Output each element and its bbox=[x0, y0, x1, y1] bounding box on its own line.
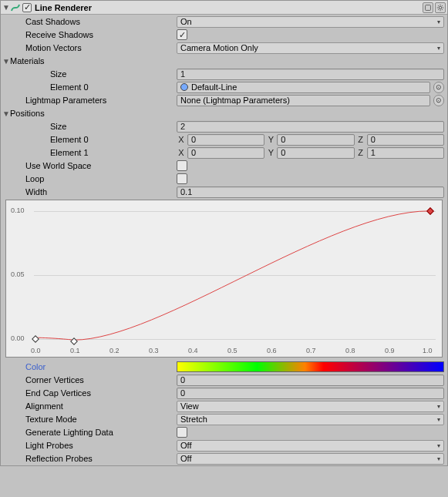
y-label: Y bbox=[266, 148, 275, 157]
positions-label: Positions bbox=[10, 109, 45, 118]
object-picker-icon[interactable]: ⊙ bbox=[433, 82, 444, 93]
cast-shadows-row: Cast Shadows On▾ bbox=[1, 15, 447, 28]
texture-mode-row: Texture Mode Stretch▾ bbox=[1, 413, 447, 425]
texture-mode-label: Texture Mode bbox=[13, 415, 177, 424]
chevron-down-icon: ▾ bbox=[437, 18, 440, 25]
use-world-space-row: Use World Space bbox=[1, 160, 447, 172]
x-label: X bbox=[177, 148, 186, 157]
positions-size-input[interactable]: 2 bbox=[177, 121, 444, 133]
chevron-down-icon: ▾ bbox=[437, 442, 440, 449]
materials-size-input[interactable]: 1 bbox=[177, 69, 444, 80]
positions-section[interactable]: ▼ Positions bbox=[1, 107, 447, 119]
chevron-down-icon: ▾ bbox=[437, 45, 440, 52]
foldout-toggle[interactable]: ▼ bbox=[2, 3, 10, 12]
motion-vectors-dropdown[interactable]: Camera Motion Only▾ bbox=[177, 42, 444, 54]
materials-size-row: Size 1 bbox=[1, 68, 447, 80]
texture-mode-dropdown[interactable]: Stretch▾ bbox=[177, 414, 444, 425]
motion-vectors-row: Motion Vectors Camera Motion Only▾ bbox=[1, 42, 447, 54]
x-label: X bbox=[177, 135, 186, 144]
receive-shadows-checkbox[interactable]: ✓ bbox=[177, 29, 187, 40]
positions-size-row: Size 2 bbox=[1, 120, 447, 133]
width-row: Width 0.1 bbox=[1, 186, 447, 198]
materials-size-label: Size bbox=[25, 69, 177, 79]
positions-element0-row: Element 0 X0 Y0 Z0 bbox=[1, 133, 447, 146]
alignment-label: Alignment bbox=[13, 401, 177, 411]
cast-shadows-dropdown[interactable]: On▾ bbox=[177, 16, 444, 28]
svg-rect-0 bbox=[426, 5, 431, 10]
light-probes-dropdown[interactable]: Off▾ bbox=[177, 440, 444, 452]
foldout-toggle[interactable]: ▼ bbox=[2, 57, 10, 65]
foldout-toggle[interactable]: ▼ bbox=[2, 109, 10, 118]
corner-vertices-row: Corner Vertices 0 bbox=[1, 374, 447, 386]
generate-lighting-row: Generate Lighting Data bbox=[1, 426, 447, 438]
alignment-dropdown[interactable]: View▾ bbox=[177, 401, 444, 412]
motion-vectors-label: Motion Vectors bbox=[13, 43, 177, 52]
generate-lighting-checkbox[interactable] bbox=[177, 427, 187, 438]
loop-row: Loop bbox=[1, 173, 447, 185]
loop-label: Loop bbox=[13, 174, 177, 183]
alignment-row: Alignment View▾ bbox=[1, 400, 447, 412]
materials-label: Materials bbox=[10, 56, 45, 65]
element0-y-input[interactable]: 0 bbox=[277, 134, 354, 146]
color-gradient-field[interactable] bbox=[177, 361, 444, 372]
receive-shadows-row: Receive Shadows ✓ bbox=[1, 29, 447, 41]
element1-y-input[interactable]: 0 bbox=[277, 147, 354, 159]
width-input[interactable]: 0.1 bbox=[177, 186, 444, 198]
element0-x-input[interactable]: 0 bbox=[187, 134, 264, 146]
z-label: Z bbox=[356, 148, 365, 157]
end-cap-vertices-label: End Cap Vertices bbox=[13, 388, 177, 398]
loop-checkbox[interactable] bbox=[177, 173, 187, 184]
use-world-space-label: Use World Space bbox=[13, 161, 177, 170]
chevron-down-icon: ▾ bbox=[437, 416, 440, 423]
positions-element0-label: Element 0 bbox=[25, 135, 177, 144]
material-object-field[interactable]: Default-Line bbox=[177, 82, 430, 93]
positions-element1-row: Element 1 X0 Y0 Z1 bbox=[1, 146, 447, 159]
end-cap-vertices-input[interactable]: 0 bbox=[177, 388, 444, 399]
receive-shadows-label: Receive Shadows bbox=[13, 30, 177, 39]
width-label: Width bbox=[13, 187, 177, 196]
reflection-probes-dropdown[interactable]: Off▾ bbox=[177, 453, 444, 465]
materials-element0-label: Element 0 bbox=[25, 82, 177, 92]
material-icon bbox=[180, 83, 188, 91]
materials-section[interactable]: ▼ Materials bbox=[1, 55, 447, 67]
materials-element0-row: Element 0 Default-Line ⊙ bbox=[1, 81, 447, 93]
gear-icon[interactable] bbox=[435, 2, 446, 13]
end-cap-vertices-row: End Cap Vertices 0 bbox=[1, 387, 447, 399]
svg-point-1 bbox=[439, 6, 441, 8]
component-panel: ▼ ✓ Line Renderer Cast Shadows On▾ Recei… bbox=[0, 0, 448, 466]
element0-z-input[interactable]: 0 bbox=[367, 134, 444, 146]
object-picker-icon[interactable]: ⊙ bbox=[433, 95, 444, 106]
chevron-down-icon: ▾ bbox=[437, 403, 440, 410]
lightmap-params-row: Lightmap Parameters None (Lightmap Param… bbox=[1, 94, 447, 106]
color-label: Color bbox=[13, 362, 177, 371]
corner-vertices-input[interactable]: 0 bbox=[177, 374, 444, 386]
cast-shadows-label: Cast Shadows bbox=[13, 17, 177, 26]
curve-line bbox=[6, 200, 442, 357]
help-icon[interactable] bbox=[423, 2, 433, 13]
component-title: Line Renderer bbox=[35, 3, 423, 12]
line-renderer-icon bbox=[10, 2, 21, 13]
reflection-probes-label: Reflection Probes bbox=[13, 454, 177, 463]
width-curve-editor[interactable]: 0.10 0.05 0.00 0.0 0.1 0.2 0.3 0.4 0.5 0… bbox=[5, 200, 443, 358]
corner-vertices-label: Corner Vertices bbox=[13, 375, 177, 385]
positions-element1-label: Element 1 bbox=[25, 148, 177, 157]
y-label: Y bbox=[266, 135, 275, 144]
light-probes-row: Light Probes Off▾ bbox=[1, 439, 447, 452]
color-row: Color bbox=[1, 361, 447, 373]
enable-checkbox[interactable]: ✓ bbox=[22, 3, 32, 12]
lightmap-params-label: Lightmap Parameters bbox=[13, 96, 177, 105]
reflection-probes-row: Reflection Probes Off▾ bbox=[1, 452, 447, 465]
z-label: Z bbox=[356, 135, 365, 144]
use-world-space-checkbox[interactable] bbox=[177, 160, 187, 171]
element1-x-input[interactable]: 0 bbox=[187, 147, 264, 159]
component-header[interactable]: ▼ ✓ Line Renderer bbox=[1, 1, 447, 15]
positions-size-label: Size bbox=[25, 122, 177, 131]
element1-z-input[interactable]: 1 bbox=[367, 147, 444, 159]
light-probes-label: Light Probes bbox=[13, 441, 177, 450]
lightmap-params-field[interactable]: None (Lightmap Parameters) bbox=[177, 95, 430, 106]
generate-lighting-label: Generate Lighting Data bbox=[13, 428, 177, 437]
chevron-down-icon: ▾ bbox=[437, 455, 440, 462]
